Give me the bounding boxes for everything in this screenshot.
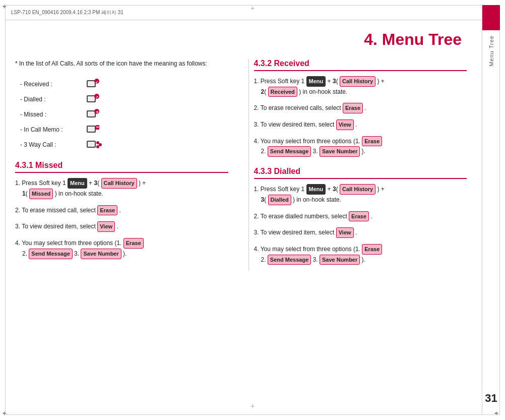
- step-433-3: 3. To view desired item, select View .: [254, 227, 467, 238]
- icon-label-missed: - Missed :: [20, 110, 86, 119]
- header-text: LSP-710 EN_090416 2009.4.16 2:3 PM 페이지 3…: [11, 9, 123, 16]
- icon-row-missed: - Missed : ✕: [20, 108, 228, 121]
- key-savenum-431: Save Number: [81, 249, 121, 259]
- key-menu-432: Menu: [306, 76, 326, 87]
- key-sendmsg-432: Send Message: [268, 146, 311, 157]
- key-menu-433: Menu: [306, 184, 326, 195]
- section-431-heading: 4.3.1 Missed: [15, 161, 228, 173]
- key-erase-432-2: Erase: [343, 103, 363, 113]
- icon-label-incallmemo: - In Call Memo :: [20, 125, 86, 135]
- icon-row-dialled: - Dialled : ↗: [20, 93, 228, 105]
- key-callhistory-433: Call History: [340, 184, 375, 195]
- section-431: 4.3.1 Missed 1. Press Soft key 1 Menu + …: [15, 161, 228, 259]
- icon-label-received: - Received :: [20, 80, 86, 89]
- step-431-4: 4. You may select from three options (1.…: [15, 238, 228, 259]
- icon-label-threeway: - 3 Way Call :: [20, 140, 86, 150]
- icon-row-threeway: - 3 Way Call :: [20, 139, 228, 151]
- icon-label-dialled: - Dialled :: [20, 95, 86, 104]
- step-433-1: 1. Press Soft key 1 Menu + 3( Call Histo…: [254, 184, 467, 205]
- sidebar-label: Menu Tree: [488, 35, 494, 67]
- svg-rect-13: [88, 127, 95, 132]
- step-432-4: 4. You may select from three options (1.…: [254, 136, 467, 157]
- step-432-3: 3. To view desired item, select View .: [254, 119, 467, 130]
- key-missed-431: Missed: [29, 189, 53, 199]
- step-431-1: 1. Press Soft key 1 Menu + 3( Call Histo…: [15, 178, 228, 199]
- sidebar-accent: [482, 5, 500, 30]
- key-savenum-433: Save Number: [320, 255, 360, 265]
- step-433-2: 2. To erase dialled numbers, select Eras…: [254, 211, 467, 222]
- svg-rect-5: [88, 96, 95, 101]
- crosshair-top-center: +: [250, 4, 255, 12]
- step-432-2: 2. To erase received calls, select Erase…: [254, 103, 467, 113]
- key-erase-432-4: Erase: [362, 136, 382, 147]
- key-sendmsg-431: Send Message: [29, 249, 72, 259]
- svg-rect-1: [88, 81, 95, 86]
- dialled-icon: ↗: [86, 93, 100, 105]
- page-title: 4. Menu Tree: [15, 30, 467, 49]
- step-431-2: 2. To erase missed call, select Erase .: [15, 205, 228, 216]
- received-icon: ↙: [86, 78, 100, 90]
- threeway-icon: [86, 139, 102, 151]
- icon-row-incallmemo: - In Call Memo :: [20, 124, 228, 136]
- key-view-432: View: [336, 119, 354, 130]
- svg-rect-9: [88, 111, 95, 116]
- section-433: 4.3.3 Dialled 1. Press Soft key 1 Menu +…: [254, 167, 467, 265]
- key-received-432: Received: [268, 87, 297, 97]
- key-callhistory-432: Call History: [340, 76, 375, 87]
- key-savenum-432: Save Number: [320, 146, 360, 157]
- key-sendmsg-433: Send Message: [268, 255, 311, 265]
- intro-text: * In the list of All Calls, All sorts of…: [15, 59, 228, 69]
- icon-row-received: - Received : ↙: [20, 78, 228, 90]
- step-433-4: 4. You may select from three options (1.…: [254, 244, 467, 265]
- intro-note: * In the list of All Calls, All sorts of…: [15, 59, 228, 151]
- key-view-431: View: [97, 221, 115, 232]
- step-431-3: 3. To view desired item, select View .: [15, 221, 228, 232]
- two-column-layout: * In the list of All Calls, All sorts of…: [15, 59, 467, 271]
- svg-text:↗: ↗: [95, 95, 98, 99]
- key-callhistory-431: Call History: [101, 178, 137, 189]
- main-content: 4. Menu Tree * In the list of All Calls,…: [5, 20, 482, 415]
- step-432-1: 1. Press Soft key 1 Menu + 3( Call Histo…: [254, 76, 467, 97]
- key-erase-431-2: Erase: [97, 205, 117, 216]
- missed-icon: ✕: [86, 108, 100, 121]
- right-sidebar: Menu Tree 31: [482, 5, 500, 415]
- right-column: 4.3.2 Received 1. Press Soft key 1 Menu …: [248, 59, 467, 271]
- svg-text:↙: ↙: [95, 80, 98, 84]
- key-erase-433-4: Erase: [362, 244, 382, 255]
- left-column: * In the list of All Calls, All sorts of…: [15, 59, 233, 271]
- incallmemo-icon: [86, 124, 100, 136]
- svg-text:✕: ✕: [96, 110, 99, 114]
- section-432-heading: 4.3.2 Received: [254, 59, 467, 71]
- key-dialled-433: Dialled: [268, 195, 291, 205]
- section-433-heading: 4.3.3 Dialled: [254, 167, 467, 179]
- key-menu-431: Menu: [68, 178, 87, 189]
- key-erase-431-4: Erase: [123, 238, 144, 249]
- section-432: 4.3.2 Received 1. Press Soft key 1 Menu …: [254, 59, 467, 157]
- crosshair-bottom-center: +: [250, 402, 255, 410]
- page-number: 31: [485, 392, 497, 405]
- key-view-433: View: [336, 227, 354, 238]
- svg-rect-18: [88, 142, 95, 147]
- key-erase-433-2: Erase: [349, 211, 369, 222]
